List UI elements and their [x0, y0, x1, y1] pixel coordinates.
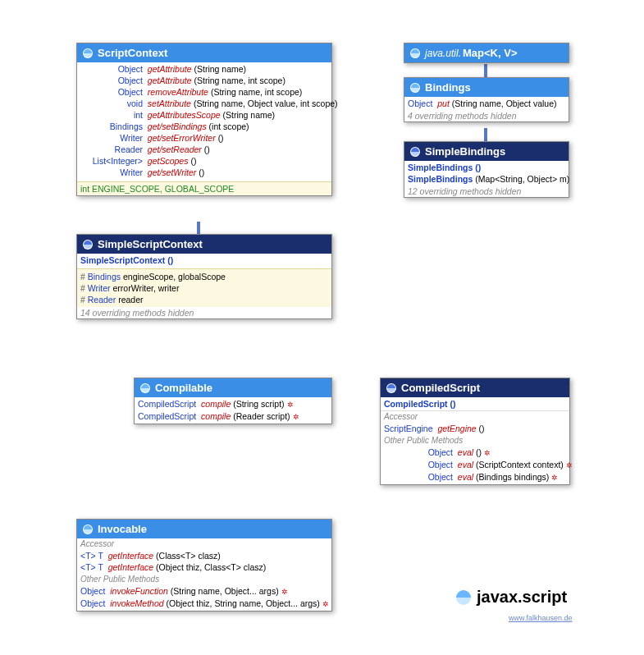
- class-compilable: Compilable CompiledScript compile (Strin…: [134, 378, 332, 424]
- header-simplebindings: SimpleBindings: [404, 142, 569, 161]
- header-invocable: Invocable: [77, 520, 331, 538]
- header-compiledscript: CompiledScript: [381, 378, 569, 397]
- class-map: java.util.Map<K, V>: [404, 43, 569, 63]
- header-simplescriptcontext: SimpleScriptContext: [77, 235, 331, 254]
- interface-icon: [139, 382, 151, 394]
- class-title: ScriptContext: [98, 47, 167, 59]
- class-title: SimpleBindings: [425, 145, 505, 158]
- credit-link[interactable]: www.falkhausen.de: [509, 614, 573, 622]
- header-map: java.util.Map<K, V>: [404, 44, 569, 62]
- package-icon: [455, 589, 472, 606]
- constants-row: int ENGINE_SCOPE, GLOBAL_SCOPE: [77, 182, 331, 195]
- class-title: SimpleScriptContext: [98, 238, 203, 250]
- class-scriptcontext: ScriptContext Object getAttribute (Strin…: [76, 43, 332, 196]
- class-compiledscript: CompiledScript CompiledScript () Accesso…: [380, 378, 570, 485]
- header-scriptcontext: ScriptContext: [77, 44, 331, 62]
- class-title: Invocable: [98, 523, 147, 535]
- class-title: java.util.Map<K, V>: [425, 47, 518, 59]
- class-bindings: Bindings Object put (String name, Object…: [404, 77, 569, 122]
- class-title: Compilable: [155, 382, 212, 394]
- header-compilable: Compilable: [135, 378, 331, 397]
- class-icon: [82, 239, 94, 250]
- class-icon: [386, 382, 397, 394]
- class-icon: [409, 146, 421, 158]
- interface-icon: [409, 82, 421, 94]
- class-invocable: Invocable Accessor <T> T getInterface (C…: [76, 519, 332, 611]
- interface-icon: [409, 48, 421, 59]
- class-simplebindings: SimpleBindings SimpleBindings () SimpleB…: [404, 141, 569, 198]
- interface-icon: [82, 524, 94, 535]
- class-simplescriptcontext: SimpleScriptContext SimpleScriptContext …: [76, 234, 332, 319]
- interface-icon: [82, 48, 94, 59]
- class-title: CompiledScript: [401, 382, 480, 394]
- package-label: javax.script: [455, 588, 567, 607]
- class-title: Bindings: [425, 81, 471, 94]
- header-bindings: Bindings: [404, 78, 569, 97]
